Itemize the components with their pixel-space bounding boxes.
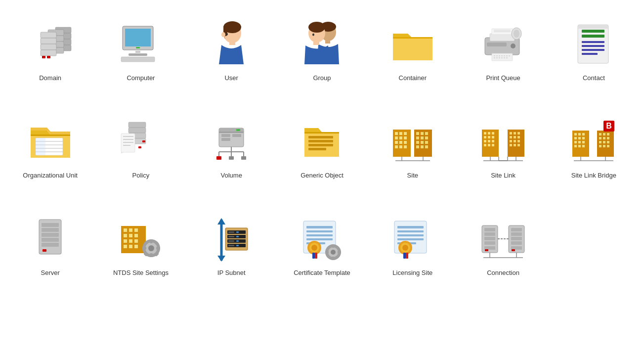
svg-rect-115 — [425, 145, 428, 148]
svg-rect-260 — [484, 228, 495, 231]
svg-rect-106 — [425, 132, 428, 135]
svg-rect-171 — [599, 141, 601, 143]
icon-certificate-template[interactable]: Certificate Template — [277, 205, 367, 292]
icon-ip-subnet[interactable]: IP Subnet — [186, 205, 277, 292]
svg-rect-111 — [421, 141, 424, 144]
svg-rect-123 — [484, 136, 486, 138]
svg-rect-99 — [404, 141, 407, 144]
svg-rect-233 — [306, 234, 333, 236]
site-icon — [388, 117, 437, 167]
svg-rect-139 — [510, 140, 512, 142]
icon-group[interactable]: Group — [277, 10, 367, 97]
svg-rect-258 — [406, 253, 408, 259]
group-icon — [297, 20, 346, 69]
icon-container[interactable]: Container — [367, 10, 458, 97]
svg-rect-159 — [578, 141, 581, 143]
icon-site-link-bridge[interactable]: B Site Link Bridge — [549, 107, 639, 195]
svg-rect-167 — [607, 133, 609, 135]
svg-rect-268 — [511, 237, 522, 240]
svg-rect-269 — [511, 241, 522, 245]
svg-rect-15 — [125, 29, 151, 46]
icon-print-queue[interactable]: Print Queue — [458, 10, 548, 97]
svg-point-256 — [402, 245, 408, 251]
ntds-site-settings-icon — [116, 215, 166, 264]
svg-rect-185 — [42, 233, 59, 237]
svg-rect-133 — [510, 132, 512, 134]
icon-organizational-unit[interactable]: Organizational Unit — [5, 107, 95, 195]
organizational-unit-icon — [26, 117, 75, 167]
svg-rect-84 — [229, 156, 234, 160]
svg-rect-128 — [492, 140, 494, 142]
svg-rect-104 — [416, 132, 419, 135]
svg-rect-168 — [599, 137, 601, 139]
svg-rect-197 — [129, 239, 132, 243]
svg-rect-28 — [325, 40, 330, 44]
svg-rect-100 — [395, 145, 398, 148]
organizational-unit-label: Organizational Unit — [23, 172, 78, 180]
svg-rect-94 — [395, 136, 398, 139]
icon-computer[interactable]: Computer — [95, 10, 186, 97]
svg-rect-112 — [425, 141, 428, 144]
svg-rect-198 — [134, 239, 138, 243]
svg-rect-273 — [512, 249, 515, 251]
svg-rect-107 — [416, 136, 419, 139]
svg-rect-61 — [129, 128, 146, 133]
icon-site[interactable]: Site — [367, 107, 458, 195]
svg-rect-17 — [129, 53, 147, 56]
svg-rect-53 — [578, 27, 608, 29]
svg-rect-9 — [41, 38, 56, 44]
svg-rect-86 — [308, 136, 333, 138]
svg-rect-270 — [511, 246, 522, 250]
svg-marker-214 — [217, 218, 225, 224]
licensing-site-icon — [388, 215, 437, 264]
icon-user[interactable]: User — [186, 10, 277, 97]
svg-rect-247 — [338, 251, 341, 254]
svg-rect-140 — [514, 140, 516, 142]
svg-rect-95 — [399, 136, 402, 139]
svg-rect-122 — [492, 132, 494, 134]
svg-point-41 — [511, 44, 515, 48]
site-label: Site — [407, 172, 418, 180]
icon-domain[interactable]: Domain — [5, 10, 95, 97]
contact-label: Contact — [583, 74, 605, 83]
svg-rect-48 — [582, 41, 604, 43]
svg-rect-205 — [150, 239, 153, 243]
svg-rect-152 — [574, 133, 577, 135]
policy-label: Policy — [132, 172, 150, 180]
icon-licensing-site[interactable]: Licensing Site — [367, 205, 458, 292]
svg-rect-76 — [221, 138, 230, 141]
icon-site-link[interactable]: Site Link — [458, 107, 548, 195]
svg-rect-244 — [332, 244, 335, 248]
svg-point-238 — [311, 245, 317, 251]
icon-contact[interactable]: Contact — [549, 10, 639, 97]
svg-rect-131 — [492, 144, 494, 146]
svg-rect-88 — [308, 144, 333, 146]
svg-rect-127 — [488, 140, 490, 142]
svg-rect-257 — [403, 253, 406, 259]
svg-rect-142 — [510, 144, 512, 146]
svg-rect-191 — [129, 228, 132, 232]
svg-rect-137 — [514, 136, 516, 138]
svg-rect-234 — [306, 238, 333, 240]
svg-rect-158 — [574, 141, 577, 143]
site-link-icon — [478, 117, 528, 167]
svg-rect-161 — [574, 145, 577, 147]
svg-rect-169 — [603, 137, 605, 139]
icon-ntds-site-settings[interactable]: NTDS Site Settings — [95, 205, 186, 292]
svg-rect-201 — [134, 245, 138, 248]
icon-policy[interactable]: Policy — [95, 107, 186, 195]
icon-server[interactable]: Server — [5, 205, 95, 292]
svg-rect-206 — [150, 253, 153, 257]
svg-rect-108 — [421, 136, 424, 139]
svg-rect-200 — [129, 245, 132, 248]
svg-rect-135 — [517, 132, 520, 134]
svg-rect-172 — [603, 141, 605, 143]
svg-rect-266 — [511, 228, 522, 231]
icon-connection[interactable]: Connection — [458, 205, 548, 292]
svg-point-32 — [312, 34, 314, 36]
svg-rect-31 — [313, 41, 319, 45]
svg-rect-134 — [514, 132, 516, 134]
server-label: Server — [41, 269, 59, 277]
icon-generic-object[interactable]: Generic Object — [277, 107, 367, 195]
icon-volume[interactable]: Volume — [186, 107, 277, 195]
